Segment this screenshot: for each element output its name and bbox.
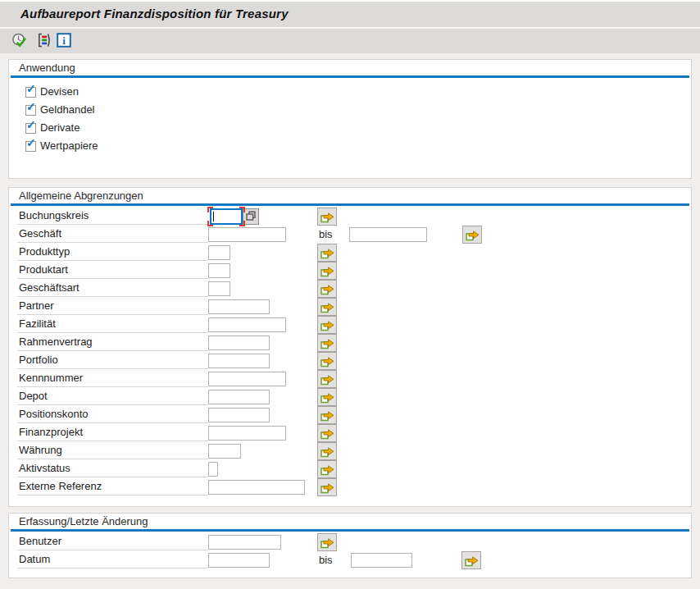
- multiselect-arrow-icon: [320, 445, 334, 458]
- produktart-input[interactable]: [208, 263, 230, 278]
- checkbox-label: Wertpapiere: [40, 140, 98, 152]
- row-benutzer: Benutzer: [9, 533, 691, 551]
- checkmark-icon: ✓: [26, 101, 36, 112]
- row-portfolio: Portfolio: [9, 352, 691, 370]
- multiselect-arrow-icon: [320, 247, 334, 259]
- partner-input[interactable]: [208, 299, 270, 314]
- row-finanzprojekt: Finanzprojekt: [9, 424, 691, 442]
- field-label: Finanzprojekt: [17, 424, 208, 441]
- checkbox-row-devisen: ✓ Devisen: [25, 83, 98, 101]
- field-label: Partner: [17, 298, 208, 315]
- matchcode-button[interactable]: [243, 208, 259, 225]
- field-label: Geschäft: [17, 226, 208, 243]
- geschaeftsart-multiselect-button[interactable]: [317, 280, 337, 298]
- text-cursor: [213, 212, 214, 221]
- focus-corner: [239, 207, 245, 212]
- multiselect-arrow-icon: [320, 373, 334, 386]
- depot-input[interactable]: [208, 390, 270, 404]
- execute-clock-check-icon: [11, 32, 29, 51]
- field-label: Externe Referenz: [17, 478, 208, 495]
- field-label: Produktart: [17, 262, 208, 279]
- row-fazilitaet: Fazilität: [9, 316, 691, 334]
- geschaeft-from-input[interactable]: [208, 227, 286, 242]
- field-label: Aktivstatus: [17, 460, 208, 477]
- row-rahmenvertrag: Rahmenvertrag: [9, 334, 691, 352]
- group-title: Allgemeine Abgrenzungen: [19, 189, 143, 203]
- row-partner: Partner: [9, 298, 691, 316]
- aktivstatus-multiselect-button[interactable]: [317, 460, 337, 478]
- fazilitaet-multiselect-button[interactable]: [317, 316, 337, 334]
- focus-corner: [207, 207, 213, 212]
- checkbox-devisen[interactable]: ✓: [25, 87, 36, 98]
- geschaeft-to-input[interactable]: [349, 227, 427, 242]
- waehrung-multiselect-button[interactable]: [317, 442, 337, 460]
- get-variant-button[interactable]: [34, 32, 54, 50]
- checkbox-wertpapiere[interactable]: ✓: [25, 141, 36, 152]
- produktart-multiselect-button[interactable]: [317, 262, 337, 280]
- information-button[interactable]: i: [54, 32, 74, 50]
- field-label: Datum: [17, 551, 208, 568]
- benutzer-multiselect-button[interactable]: [317, 533, 337, 551]
- rahmenvertrag-multiselect-button[interactable]: [317, 334, 337, 352]
- datum-from-input[interactable]: [208, 553, 270, 568]
- finanzprojekt-input[interactable]: [208, 426, 286, 441]
- field-label: Währung: [17, 442, 208, 459]
- group-title: Erfassung/Letzte Änderung: [19, 515, 148, 528]
- row-datum: Datum bis: [9, 551, 691, 569]
- externe-referenz-input[interactable]: [208, 480, 305, 495]
- checkbox-row-geldhandel: ✓ Geldhandel: [25, 101, 98, 119]
- finanzprojekt-multiselect-button[interactable]: [317, 424, 337, 442]
- datum-to-input[interactable]: [351, 553, 412, 568]
- kennnummer-input[interactable]: [208, 372, 286, 386]
- positionskonto-input[interactable]: [208, 408, 270, 422]
- produkttyp-multiselect-button[interactable]: [317, 244, 337, 262]
- field-label: Buchungskreis: [17, 208, 208, 225]
- checkbox-list: ✓ Devisen ✓ Geldhandel ✓ Derivate ✓ Wert…: [25, 83, 98, 155]
- variant-bars-icon: [36, 32, 52, 51]
- kennnummer-multiselect-button[interactable]: [317, 370, 337, 388]
- multiselect-arrow-icon: [320, 211, 334, 223]
- field-label: Geschäftsart: [17, 280, 208, 297]
- field-label: Depot: [17, 388, 208, 405]
- multiselect-arrow-icon: [320, 427, 334, 440]
- application-toolbar: i: [0, 29, 700, 53]
- portfolio-input[interactable]: [208, 354, 270, 368]
- depot-multiselect-button[interactable]: [317, 388, 337, 406]
- field-label: Portfolio: [17, 352, 208, 369]
- multiselect-arrow-icon: [320, 391, 334, 404]
- row-buchungskreis: Buchungskreis: [9, 208, 691, 226]
- execute-button[interactable]: [10, 32, 30, 50]
- focused-field-group: [207, 207, 261, 226]
- group-erfassung-letzte-aenderung: Erfassung/Letzte Änderung Benutzer Datum…: [8, 513, 692, 578]
- fazilitaet-input[interactable]: [208, 317, 286, 332]
- multiselect-arrow-icon: [320, 283, 334, 295]
- portfolio-multiselect-button[interactable]: [317, 352, 337, 370]
- geschaeft-multiselect-button[interactable]: [462, 226, 482, 244]
- partner-multiselect-button[interactable]: [317, 298, 337, 316]
- positionskonto-multiselect-button[interactable]: [317, 406, 337, 424]
- row-produkttyp: Produkttyp: [9, 244, 691, 262]
- waehrung-input[interactable]: [208, 444, 241, 459]
- multiselect-arrow-icon: [320, 463, 334, 476]
- checkbox-geldhandel[interactable]: ✓: [25, 105, 36, 116]
- multiselect-arrow-icon: [320, 319, 334, 331]
- geschaeftsart-input[interactable]: [208, 281, 230, 296]
- produkttyp-input[interactable]: [208, 245, 230, 260]
- datum-multiselect-button[interactable]: [461, 551, 481, 569]
- section-rule: [11, 203, 689, 206]
- checkbox-derivate[interactable]: ✓: [25, 123, 36, 134]
- aktivstatus-input[interactable]: [208, 462, 218, 477]
- section-rule: [11, 75, 689, 78]
- externe-referenz-multiselect-button[interactable]: [317, 478, 337, 496]
- buchungskreis-multiselect-button[interactable]: [317, 208, 337, 226]
- row-geschaeft: Geschäft bis: [9, 226, 691, 244]
- group-title: Anwendung: [19, 62, 75, 75]
- benutzer-input[interactable]: [208, 535, 281, 550]
- row-aktivstatus: Aktivstatus: [9, 460, 691, 478]
- section-rule: [11, 529, 689, 532]
- field-label: Rahmenvertrag: [17, 334, 208, 351]
- rahmenvertrag-input[interactable]: [208, 336, 270, 350]
- buchungskreis-input[interactable]: [210, 208, 243, 225]
- checkbox-row-derivate: ✓ Derivate: [25, 119, 98, 137]
- checkmark-icon: ✓: [26, 83, 36, 94]
